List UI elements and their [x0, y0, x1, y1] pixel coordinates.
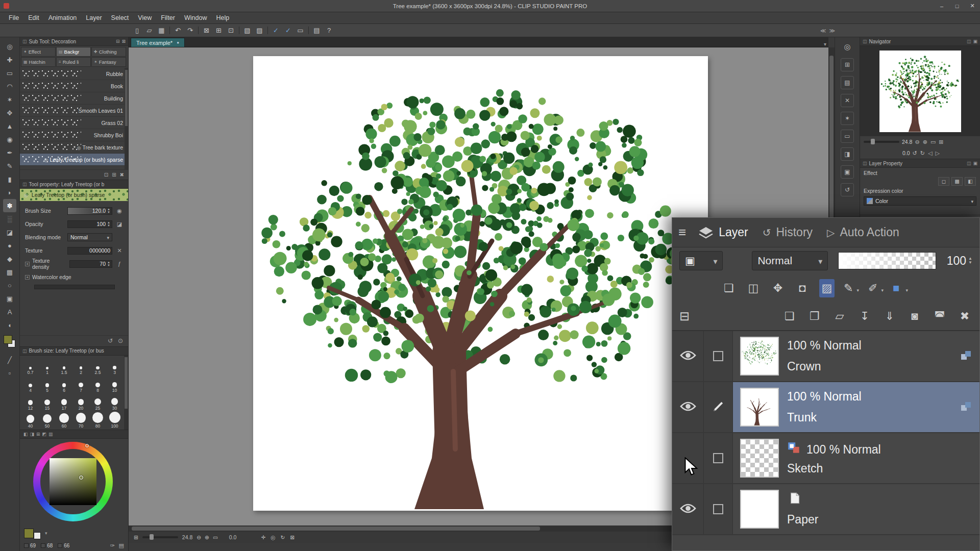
zoom-control-icon[interactable]: ⊕ — [205, 534, 209, 540]
toolbar-icon[interactable]: ? — [325, 27, 333, 34]
effect-toggle-icon[interactable]: ▩ — [951, 177, 963, 186]
toolbar-icon[interactable]: ▱ — [145, 27, 154, 34]
subtool-brush-row[interactable]: Rubble — [20, 68, 128, 80]
search-icon[interactable]: ◎ — [841, 40, 854, 54]
expander-icon[interactable] — [25, 275, 30, 280]
effect-toggle-icon[interactable]: ◧ — [965, 177, 976, 186]
navigator-canvas-thumbnail[interactable] — [879, 51, 961, 132]
toolbar-icon[interactable]: ✓ — [272, 27, 280, 34]
tool-icon[interactable]: ● — [3, 239, 16, 252]
panel-header-icon[interactable]: ▣ — [973, 39, 977, 44]
view-control-icon[interactable]: ⊠ — [290, 534, 295, 540]
color-panel-tab-icon[interactable]: ◩ — [42, 432, 47, 437]
brush-size-cell[interactable]: 3 — [106, 357, 123, 375]
sub-color-swatch[interactable] — [34, 532, 41, 539]
opacity-input[interactable]: 100 — [67, 220, 112, 228]
layer-thumbnail[interactable] — [740, 337, 779, 375]
menu-item[interactable]: Animation — [44, 12, 82, 24]
toolbar-overflow-right-icon[interactable]: ≫ — [829, 28, 835, 34]
texture-density-input[interactable]: 70 — [69, 260, 112, 268]
blending-mode-select[interactable]: Normal — [752, 251, 828, 270]
layer-command-icon[interactable]: ↧ — [857, 308, 872, 325]
minimize-button[interactable]: – — [934, 0, 949, 12]
tool-icon[interactable]: ◎ — [3, 40, 16, 53]
subtool-brush-row[interactable]: Tree bark texture — [20, 141, 128, 154]
brush-size-cell[interactable]: 20 — [72, 393, 89, 411]
subtool-group-tab[interactable]: ✶Fantasy — [91, 57, 126, 67]
subtool-brush-row[interactable]: Leafy Treetop (or bush) sparse — [20, 154, 128, 166]
menu-item[interactable]: Filter — [156, 12, 180, 24]
brush-size-cell[interactable]: 1.5 — [56, 357, 72, 375]
brush-size-scrollbar[interactable] — [124, 356, 128, 430]
subtool-footer-icon[interactable]: ✖ — [120, 172, 124, 178]
layer-visibility-cell[interactable] — [672, 382, 704, 432]
brush-size-source-icon[interactable]: ◉ — [115, 208, 124, 214]
layer-row[interactable]: 100 % Normal Trunk — [672, 382, 979, 433]
brush-shape-palette-icon[interactable]: ▭ — [841, 130, 854, 143]
menu-item[interactable]: Edit — [23, 12, 44, 24]
brush-size-cell[interactable]: 2.5 — [89, 357, 106, 375]
tool-icon[interactable]: ✥ — [3, 106, 16, 119]
layer-command-icon[interactable]: ❏ — [782, 308, 797, 325]
brush-size-input[interactable]: 120.0 — [67, 207, 112, 215]
layer-option-icon[interactable]: ▨ — [819, 279, 835, 297]
palette-tab[interactable]: Layer — [691, 218, 755, 247]
navigator-rotate-icon[interactable]: ↺ — [913, 150, 917, 157]
expression-color-select[interactable]: Color — [864, 196, 976, 206]
brush-size-cell[interactable]: 10 — [106, 375, 123, 393]
navigator-zoom-icon[interactable]: ⊖ — [915, 139, 919, 145]
layer-command-icon[interactable]: ✖ — [957, 308, 972, 325]
layer-option-icon[interactable]: ◘ — [795, 279, 810, 297]
view-control-icon[interactable]: ↻ — [280, 534, 285, 540]
menu-item[interactable]: Select — [107, 12, 134, 24]
swatch-switch-icon[interactable]: ▾ — [45, 531, 47, 536]
toolbar-icon[interactable]: ▯ — [133, 27, 141, 34]
menu-item[interactable]: Window — [180, 12, 211, 24]
tool-icon[interactable]: ✽ — [3, 199, 16, 212]
palette-tab[interactable]: ↺ History — [755, 218, 820, 247]
history-palette-icon[interactable]: ↺ — [841, 183, 854, 196]
toolbar-icon[interactable] — [239, 27, 239, 34]
tool-icon[interactable]: ▩ — [3, 265, 16, 279]
navigator-zoom-icon[interactable]: ⊞ — [939, 139, 943, 145]
toolbar-icon[interactable]: ▨ — [255, 27, 264, 34]
information-palette-icon[interactable]: ▣ — [841, 165, 854, 179]
subtool-brush-row[interactable]: Smooth Leaves 01 — [20, 105, 128, 117]
close-button[interactable]: ✕ — [965, 0, 980, 12]
brush-size-cell[interactable]: 40 — [22, 411, 39, 429]
layer-row-body[interactable]: Paper — [733, 484, 979, 534]
maximize-button[interactable]: □ — [949, 0, 965, 12]
tool-icon[interactable]: ▮ — [3, 172, 16, 186]
tool-icon[interactable]: ▭ — [3, 66, 16, 80]
tool-icon[interactable]: ▲ — [3, 119, 16, 133]
brush-size-cell[interactable]: 60 — [56, 411, 72, 429]
canvas-page[interactable] — [253, 56, 708, 511]
layer-row[interactable]: 100 % Normal Sketch — [672, 433, 979, 484]
tool-icon[interactable]: ░ — [3, 212, 16, 226]
saturation-value-box[interactable] — [50, 458, 96, 505]
layer-command-icon[interactable]: ❐ — [807, 308, 822, 325]
color-swatches[interactable] — [3, 335, 16, 350]
subtool-footer-icon[interactable]: ⊞ — [112, 172, 116, 178]
layer-thumbnail[interactable] — [740, 439, 779, 478]
tool-icon[interactable]: A — [3, 305, 16, 318]
panel-header-icon[interactable]: ◫ — [967, 161, 971, 166]
tool-icon[interactable]: ◉ — [3, 133, 16, 146]
subtool-brush-row[interactable]: Shrubby Boi — [20, 129, 128, 141]
texture-delete-icon[interactable]: ✕ — [115, 247, 124, 254]
tool-icon[interactable]: ╱ — [3, 353, 16, 366]
panel-header-icon[interactable]: ▣ — [973, 161, 977, 166]
layer-palette-color-icon[interactable] — [960, 349, 972, 363]
brush-size-cell[interactable]: 2 — [72, 357, 89, 375]
layer-command-icon[interactable]: ▱ — [832, 308, 847, 325]
toolbar-icon[interactable]: ↶ — [174, 27, 182, 34]
toolbar-icon[interactable]: ▦ — [157, 27, 166, 34]
tool-icon[interactable]: ○ — [3, 279, 16, 292]
expander-icon[interactable] — [25, 262, 30, 266]
subtool-brush-row[interactable]: Grass 02 — [20, 117, 128, 129]
texture-density-curve-icon[interactable]: ƒ — [115, 261, 124, 267]
tool-icon[interactable]: ◗ — [3, 186, 16, 199]
toolbar-icon[interactable] — [198, 27, 199, 34]
subtool-group-tab[interactable]: ≡Ruled li — [56, 57, 91, 67]
layer-option-icon[interactable]: ✥ — [770, 279, 786, 297]
